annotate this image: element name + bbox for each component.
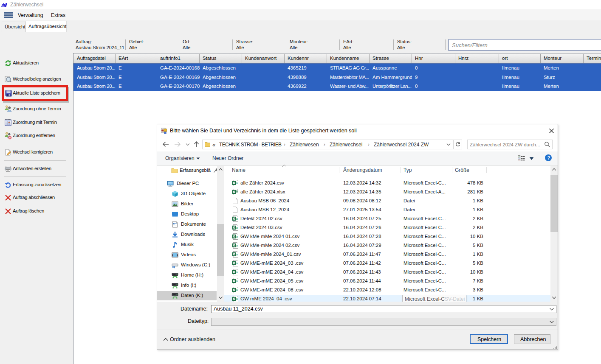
svg-text:a: a [236,288,238,292]
svg-text:a: a [236,244,238,247]
svg-text:a: a [236,226,238,230]
svg-text:a: a [236,279,238,283]
svg-text:a: a [236,181,238,185]
svg-text:a: a [236,297,238,301]
svg-text:a: a [236,235,238,238]
svg-text:a: a [236,252,238,256]
svg-text:a: a [236,270,238,274]
svg-text:a: a [236,217,238,221]
svg-text:a: a [236,261,238,265]
